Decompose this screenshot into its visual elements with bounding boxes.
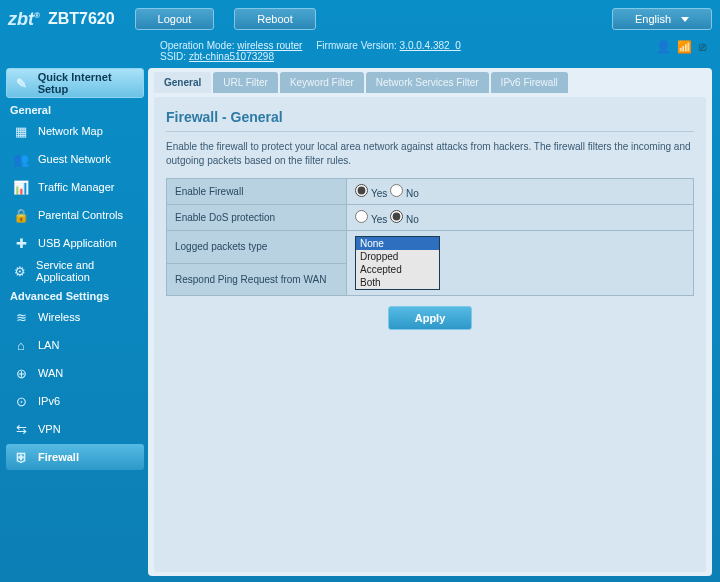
select-option-both[interactable]: Both <box>356 276 439 289</box>
brand-logo: zbt® <box>8 9 40 30</box>
sidebar-category-general: General <box>10 104 144 116</box>
tab-ipv6-firewall[interactable]: IPv6 Firewall <box>491 72 568 93</box>
tab-network-services-filter[interactable]: Network Services Filter <box>366 72 489 93</box>
select-option-dropped[interactable]: Dropped <box>356 250 439 263</box>
tab-url-filter[interactable]: URL Filter <box>213 72 278 93</box>
usb-status-icon[interactable]: ⎚ <box>699 40 706 54</box>
opmode-value[interactable]: wireless router <box>237 40 302 51</box>
sidebar-item-service-and-application[interactable]: ⚙Service and Application <box>6 258 144 284</box>
sidebar-item-label: Firewall <box>38 451 79 463</box>
panel: Firewall - General Enable the firewall t… <box>154 97 706 572</box>
tab-keyword-filter[interactable]: Keyword Filter <box>280 72 364 93</box>
sidebar-item-label: Service and Application <box>36 259 138 283</box>
sidebar-item-parental-controls[interactable]: 🔒Parental Controls <box>6 202 144 228</box>
wireless-icon: ≋ <box>12 308 30 326</box>
sidebar: ✎ Quick Internet Setup General ▦Network … <box>0 68 148 582</box>
sidebar-item-usb-application[interactable]: ✚USB Application <box>6 230 144 256</box>
content-area: GeneralURL FilterKeyword FilterNetwork S… <box>148 68 712 576</box>
model-name: ZBT7620 <box>48 10 115 28</box>
page-description: Enable the firewall to protect your loca… <box>166 131 694 168</box>
sidebar-item-label: Wireless <box>38 311 80 323</box>
wand-icon: ✎ <box>13 74 30 92</box>
sidebar-item-label: USB Application <box>38 237 117 249</box>
sidebar-item-label: Network Map <box>38 125 103 137</box>
enable-dos-yes[interactable]: Yes <box>355 214 387 225</box>
wifi-icon[interactable]: 📶 <box>677 40 692 54</box>
sidebar-item-label: Parental Controls <box>38 209 123 221</box>
chevron-down-icon <box>681 17 689 22</box>
row-label-logged-packets: Logged packets type <box>167 231 347 264</box>
logged-packets-select[interactable]: NoneDroppedAcceptedBoth <box>355 236 440 290</box>
enable-dos-no[interactable]: No <box>390 214 419 225</box>
ssid-value[interactable]: zbt-china51073298 <box>189 51 274 62</box>
service-icon: ⚙ <box>12 262 28 280</box>
page-title: Firewall - General <box>166 109 694 125</box>
usb-icon: ✚ <box>12 234 30 252</box>
sidebar-item-traffic-manager[interactable]: 📊Traffic Manager <box>6 174 144 200</box>
language-label: English <box>635 9 671 29</box>
firewall-icon: ⛨ <box>12 448 30 466</box>
network-map-icon: ▦ <box>12 122 30 140</box>
sidebar-item-ipv6[interactable]: ⊙IPv6 <box>6 388 144 414</box>
sidebar-item-network-map[interactable]: ▦Network Map <box>6 118 144 144</box>
sidebar-item-label: VPN <box>38 423 61 435</box>
sidebar-item-label: WAN <box>38 367 63 379</box>
sidebar-item-label: Guest Network <box>38 153 111 165</box>
sidebar-item-firewall[interactable]: ⛨Firewall <box>6 444 144 470</box>
select-option-accepted[interactable]: Accepted <box>356 263 439 276</box>
logout-button[interactable]: Logout <box>135 8 215 30</box>
sidebar-item-wan[interactable]: ⊕WAN <box>6 360 144 386</box>
vpn-icon: ⇆ <box>12 420 30 438</box>
sidebar-category-advanced: Advanced Settings <box>10 290 144 302</box>
lan-icon: ⌂ <box>12 336 30 354</box>
parental-icon: 🔒 <box>12 206 30 224</box>
guest-network-icon: 👥 <box>12 150 30 168</box>
client-icon[interactable]: 👤 <box>656 40 671 54</box>
row-label-enable-dos: Enable DoS protection <box>167 205 347 231</box>
row-label-ping-wan: Respond Ping Request from WAN <box>167 263 347 296</box>
device-icons: 👤 📶 ⎚ <box>656 40 706 54</box>
select-option-none[interactable]: None <box>356 237 439 250</box>
enable-firewall-yes[interactable]: Yes <box>355 188 387 199</box>
traffic-icon: 📊 <box>12 178 30 196</box>
sidebar-item-label: IPv6 <box>38 395 60 407</box>
reboot-button[interactable]: Reboot <box>234 8 315 30</box>
sidebar-item-guest-network[interactable]: 👥Guest Network <box>6 146 144 172</box>
ipv6-icon: ⊙ <box>12 392 30 410</box>
sidebar-item-label: Traffic Manager <box>38 181 114 193</box>
enable-firewall-no[interactable]: No <box>390 188 419 199</box>
settings-table: Enable Firewall Yes No Enable DoS protec… <box>166 178 694 296</box>
apply-button[interactable]: Apply <box>388 306 473 330</box>
wan-icon: ⊕ <box>12 364 30 382</box>
ssid-label: SSID: <box>160 51 186 62</box>
sidebar-item-lan[interactable]: ⌂LAN <box>6 332 144 358</box>
quick-internet-setup[interactable]: ✎ Quick Internet Setup <box>6 68 144 98</box>
tab-general[interactable]: General <box>154 72 211 93</box>
fw-label: Firmware Version: <box>316 40 397 51</box>
sidebar-item-wireless[interactable]: ≋Wireless <box>6 304 144 330</box>
fw-value[interactable]: 3.0.0.4.382_0 <box>400 40 461 51</box>
row-label-enable-firewall: Enable Firewall <box>167 179 347 205</box>
sidebar-item-label: LAN <box>38 339 59 351</box>
language-dropdown[interactable]: English <box>612 8 712 30</box>
tab-bar: GeneralURL FilterKeyword FilterNetwork S… <box>154 72 706 93</box>
opmode-label: Operation Mode: <box>160 40 235 51</box>
sidebar-item-label: Quick Internet Setup <box>38 71 137 95</box>
sidebar-item-vpn[interactable]: ⇆VPN <box>6 416 144 442</box>
